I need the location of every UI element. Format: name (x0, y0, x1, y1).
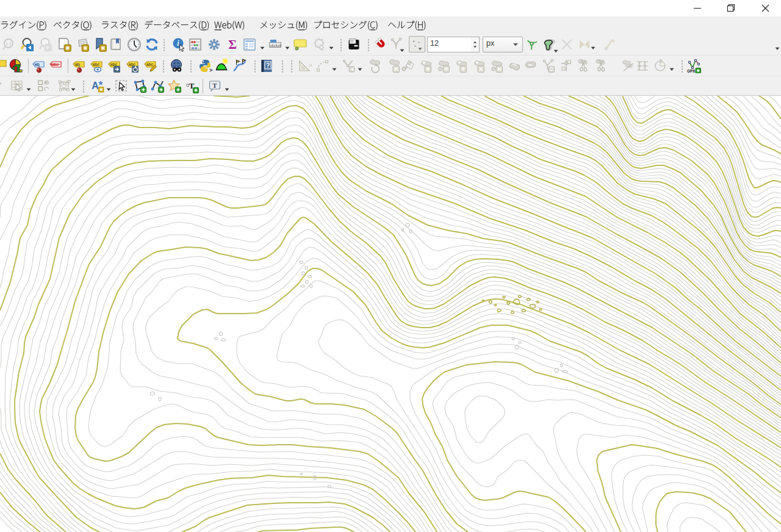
svg-text:GPX: GPX (687, 68, 696, 73)
svg-text:abc: abc (110, 62, 118, 66)
svg-text:>: > (209, 68, 212, 73)
svg-text:A: A (92, 81, 99, 91)
svg-text:1:1: 1:1 (5, 41, 12, 46)
svg-text:abc: abc (93, 62, 100, 66)
svg-text:abc: abc (146, 62, 154, 66)
svg-text:Σ: Σ (228, 37, 237, 52)
svg-text:abc: abc (129, 62, 136, 66)
svg-text:T: T (212, 81, 217, 88)
svg-text:?: ? (266, 62, 270, 69)
